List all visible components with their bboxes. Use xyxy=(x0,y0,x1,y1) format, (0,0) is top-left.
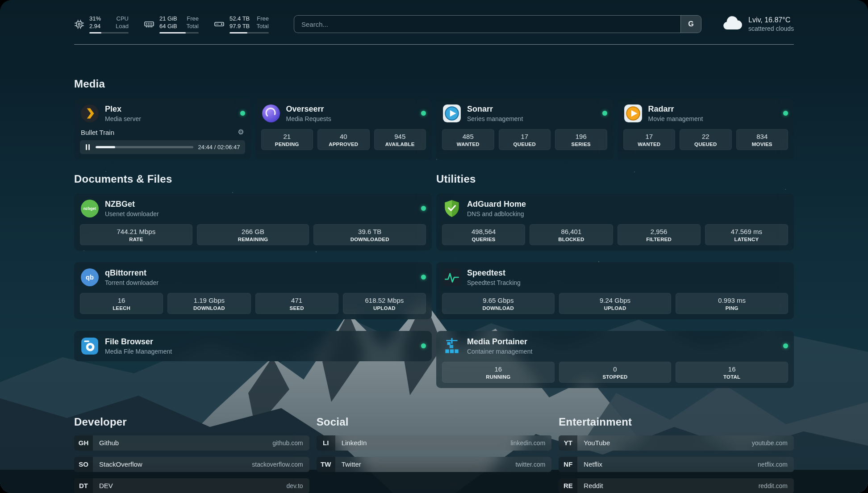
bookmark-abbr: GH xyxy=(74,435,93,451)
service-subtitle: Torrent downloader xyxy=(105,279,159,286)
stat-value: 47.569 ms xyxy=(707,228,786,235)
service-subtitle: Media server xyxy=(105,115,141,122)
stat-block: 266 GBREMAINING xyxy=(197,224,309,245)
bookmark-group-social: Social LI LinkedIn linkedin.com TW Twitt… xyxy=(317,416,552,493)
service-card-portainer[interactable]: Media Portainer Container management 16R… xyxy=(436,331,794,388)
service-card-overseerr[interactable]: Overseerr Media Requests 21PENDING 40APP… xyxy=(255,98,432,159)
service-card-plex[interactable]: Plex Media server Bullet Train ⚙ xyxy=(74,98,251,159)
stat-value: 744.21 Mbps xyxy=(82,228,190,235)
service-name: Overseerr xyxy=(286,104,331,114)
service-subtitle: Media File Management xyxy=(105,348,172,355)
resource-cpu: 31%CPU 2.94Load xyxy=(74,15,129,33)
stat-label: QUEUED xyxy=(501,142,549,147)
status-dot xyxy=(783,343,788,348)
stat-label: RATE xyxy=(82,237,190,242)
section-title-developer: Developer xyxy=(74,416,309,428)
memory-icon xyxy=(144,19,154,29)
stat-value: 17 xyxy=(501,133,549,140)
stat-label: REMAINING xyxy=(199,237,307,242)
stat-value: 834 xyxy=(739,133,786,140)
bookmark-name: Reddit xyxy=(584,482,603,489)
bookmark-domain: linkedin.com xyxy=(511,439,546,447)
bookmark-youtube[interactable]: YT YouTube youtube.com xyxy=(559,435,794,451)
bookmark-abbr: TW xyxy=(317,457,335,472)
service-card-adguard[interactable]: AdGuard Home DNS and adblocking 498,564Q… xyxy=(436,193,794,251)
stat-block: 21PENDING xyxy=(261,129,313,150)
search-input[interactable] xyxy=(294,16,680,33)
service-card-speedtest[interactable]: Speedtest Speedtest Tracking 9.65 GbpsDO… xyxy=(436,262,794,319)
service-card-sonarr[interactable]: Sonarr Series management 485WANTED 17QUE… xyxy=(436,98,613,159)
stat-value: 21 xyxy=(263,133,311,140)
bookmark-dev[interactable]: DT DEV dev.to xyxy=(74,478,309,493)
stat-value: 196 xyxy=(557,133,605,140)
bookmark-netflix[interactable]: NF Netflix netflix.com xyxy=(559,457,794,472)
stat-label: SEED xyxy=(258,305,336,311)
pause-button[interactable] xyxy=(85,143,91,151)
bookmark-domain: reddit.com xyxy=(759,482,788,489)
qbittorrent-icon: qb xyxy=(80,267,100,287)
gear-icon[interactable]: ⚙ xyxy=(238,129,244,136)
stat-label: LEECH xyxy=(82,305,161,311)
memory-progress-track xyxy=(159,32,199,33)
status-dot xyxy=(421,343,426,348)
stat-value: 86,401 xyxy=(532,228,610,235)
stat-block: 0.993 msPING xyxy=(676,293,788,314)
bookmark-reddit[interactable]: RE Reddit reddit.com xyxy=(559,478,794,493)
media-grid: Plex Media server Bullet Train ⚙ xyxy=(74,98,794,159)
dashboard-screen: 31%CPU 2.94Load 21 GiBFree 64 Gi xyxy=(0,0,868,493)
weather-condition: scattered clouds xyxy=(748,25,794,32)
stat-label: DOWNLOAD xyxy=(170,305,248,311)
plex-icon xyxy=(80,104,100,123)
service-name: Media Portainer xyxy=(467,337,532,347)
stat-value: 22 xyxy=(682,133,730,140)
stat-block: 498,564QUERIES xyxy=(442,224,525,245)
stat-value: 9.24 Gbps xyxy=(561,297,669,304)
service-subtitle: Usenet downloader xyxy=(105,210,159,217)
service-name: Plex xyxy=(105,104,141,114)
service-card-filebrowser[interactable]: File Browser Media File Management xyxy=(74,331,432,361)
overseerr-icon xyxy=(261,104,281,123)
service-card-radarr[interactable]: Radarr Movie management 17WANTED 22QUEUE… xyxy=(618,98,794,159)
disk-progress-fill xyxy=(230,32,247,33)
stat-label: DOWNLOAD xyxy=(444,305,552,311)
header-divider xyxy=(74,44,794,45)
stat-block: 86,401BLOCKED xyxy=(530,224,613,245)
service-subtitle: Movie management xyxy=(648,115,703,122)
stat-block: 2,956FILTERED xyxy=(618,224,701,245)
memory-total-label: Total xyxy=(187,23,199,30)
bookmark-name: YouTube xyxy=(584,439,610,447)
stat-value: 0 xyxy=(561,365,669,373)
bookmark-linkedin[interactable]: LI LinkedIn linkedin.com xyxy=(317,435,552,451)
stat-block: 1.19 GbpsDOWNLOAD xyxy=(167,293,250,314)
radarr-icon xyxy=(623,104,643,123)
weather-location: Lviv, 16.87°C xyxy=(748,16,794,24)
bookmark-domain: stackoverflow.com xyxy=(252,461,303,468)
bookmark-domain: twitter.com xyxy=(515,461,545,468)
adguard-icon xyxy=(442,199,462,218)
bookmark-domain: github.com xyxy=(272,439,303,447)
stat-value: 2,956 xyxy=(620,228,698,235)
playback-time: 24:44 / 02:06:47 xyxy=(198,144,240,150)
stat-value: 9.65 Gbps xyxy=(444,297,552,304)
service-name: Radarr xyxy=(648,104,703,114)
stat-block: 22QUEUED xyxy=(680,129,732,150)
bookmark-stackoverflow[interactable]: SO StackOverflow stackoverflow.com xyxy=(74,457,309,472)
bookmark-name: Twitter xyxy=(342,460,361,468)
service-name: AdGuard Home xyxy=(467,200,526,209)
bookmark-name: Netflix xyxy=(584,460,602,468)
search-provider-button[interactable]: G xyxy=(680,16,701,33)
service-card-qbittorrent[interactable]: qb qBittorrent Torrent downloader 16LEEC… xyxy=(74,262,432,319)
stat-label: DOWNLOADED xyxy=(316,237,424,242)
memory-progress-fill xyxy=(159,32,186,33)
stat-value: 16 xyxy=(82,297,161,304)
bookmark-twitter[interactable]: TW Twitter twitter.com xyxy=(317,457,552,472)
stat-label: RUNNING xyxy=(444,374,552,380)
bookmarks-area: Developer GH Github github.com SO StackO… xyxy=(74,416,794,493)
stat-block: 47.569 msLATENCY xyxy=(705,224,788,245)
bookmark-domain: youtube.com xyxy=(752,439,788,447)
service-card-nzbget[interactable]: nzbget NZBGet Usenet downloader 744.21 M… xyxy=(74,193,432,251)
disk-progress-track xyxy=(230,32,269,33)
stat-label: QUERIES xyxy=(444,237,523,242)
status-dot xyxy=(602,111,607,116)
bookmark-github[interactable]: GH Github github.com xyxy=(74,435,309,451)
